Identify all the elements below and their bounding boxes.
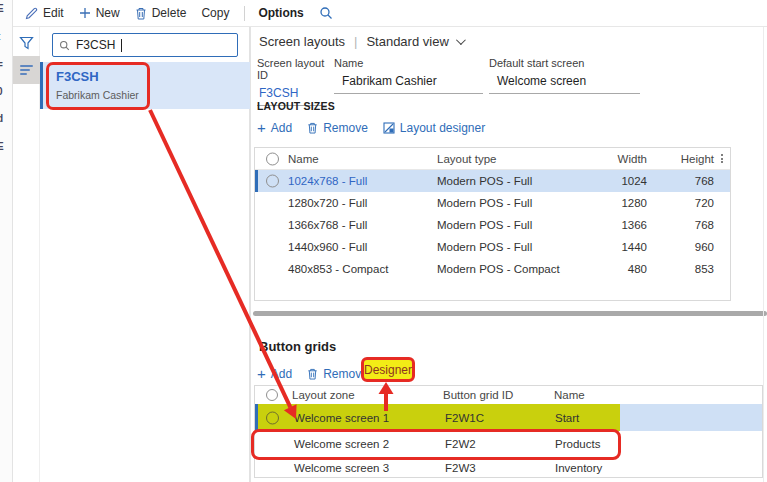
filter-button[interactable]: [19, 36, 34, 50]
column-header-layout-type[interactable]: Layout type: [437, 153, 496, 165]
remove-label: Remove: [323, 121, 368, 135]
cell-button-grid-id: F2W3: [445, 462, 476, 474]
options-label: Options: [258, 6, 303, 20]
selection-bar: [255, 170, 258, 192]
add-label: Add: [271, 367, 292, 381]
search-icon: [59, 40, 70, 51]
options-button[interactable]: Options: [258, 6, 303, 20]
layout-designer-label: Layout designer: [400, 121, 485, 135]
text-cursor: [121, 39, 122, 52]
screen-layout-id-label: Screen layout ID: [257, 57, 327, 81]
row-radio[interactable]: [266, 175, 279, 188]
remove-button[interactable]: Remove: [307, 367, 368, 381]
screen-layout-id-field: Screen layout ID F3CSH: [257, 57, 327, 106]
page-title: Screen layouts: [259, 34, 345, 49]
view-selector-label: Standard view: [366, 34, 448, 49]
cell-height: 768: [652, 219, 714, 231]
cell-height: 853: [652, 263, 714, 275]
cell-name: 480x853 - Compact: [288, 263, 388, 275]
clipped-nav-fragment: E: [0, 3, 4, 14]
table-row[interactable]: Welcome screen 3 F2W3 Inventory: [255, 457, 762, 478]
toolbar-search-button[interactable]: [319, 6, 333, 20]
default-start-screen-value[interactable]: Welcome screen: [489, 74, 640, 94]
select-all-radio[interactable]: [266, 152, 279, 165]
column-header-name[interactable]: Name: [554, 389, 585, 401]
add-button[interactable]: + Add: [257, 367, 292, 381]
trash-icon: [307, 368, 318, 380]
remove-button[interactable]: Remove: [307, 121, 368, 135]
table-row[interactable]: 1280x720 - Full Modern POS - Full 1280 7…: [255, 192, 730, 214]
copy-button[interactable]: Copy: [201, 6, 229, 20]
designer-button[interactable]: Designer: [361, 357, 415, 382]
edit-button[interactable]: Edit: [25, 6, 64, 20]
column-header-layout-zone[interactable]: Layout zone: [292, 389, 355, 401]
column-header-button-grid-id[interactable]: Button grid ID: [443, 389, 513, 401]
cell-name: Start: [555, 412, 579, 424]
column-header-height[interactable]: Height: [652, 153, 714, 165]
cell-width: 1024: [585, 175, 647, 187]
cell-width: 1440: [585, 241, 647, 253]
add-label: Add: [271, 121, 292, 135]
main-panel: Screen layouts | Standard view Screen la…: [250, 27, 767, 482]
name-value[interactable]: Fabrikam Cashier: [334, 74, 483, 94]
page-header: Screen layouts | Standard view: [259, 34, 463, 49]
plus-icon: +: [257, 368, 266, 380]
cell-width: 480: [585, 263, 647, 275]
list-lines-icon: [20, 65, 33, 74]
selection-bar: [255, 404, 258, 431]
table-row-selected[interactable]: 1024x768 - Full Modern POS - Full 1024 7…: [255, 170, 730, 192]
layout-sizes-toolbar: + Add Remove Layout designer: [257, 121, 485, 135]
row-radio[interactable]: [266, 411, 279, 424]
cell-layout-type: Modern POS - Full: [437, 175, 532, 187]
clipped-left-pane: E t = 0 d E: [0, 0, 13, 482]
cell-height: 720: [652, 197, 714, 209]
table-row[interactable]: 480x853 - Compact Modern POS - Compact 4…: [255, 258, 730, 280]
table-header-row: Layout zone Button grid ID Name: [255, 386, 762, 404]
layout-designer-icon: [383, 122, 395, 134]
column-options-icon[interactable]: [721, 153, 724, 165]
table-row-selected[interactable]: Welcome screen 1 F2W1C Start: [255, 404, 762, 431]
clipped-nav-fragment: 0: [0, 86, 3, 97]
select-all-radio[interactable]: [266, 389, 278, 401]
annotation-box-row: [251, 429, 621, 460]
toolbar-divider: [244, 6, 245, 21]
cell-name: 1440x960 - Full: [288, 241, 367, 253]
view-selector[interactable]: Standard view: [366, 34, 462, 49]
list-view-button[interactable]: [13, 56, 40, 84]
edit-label: Edit: [43, 6, 64, 20]
add-button[interactable]: + Add: [257, 121, 292, 135]
horizontal-scrollbar[interactable]: [253, 311, 767, 316]
table-row[interactable]: 1440x960 - Full Modern POS - Full 1440 9…: [255, 236, 730, 258]
table-header-row: Name Layout type Width Height: [255, 148, 730, 170]
layout-designer-button[interactable]: Layout designer: [383, 121, 485, 135]
name-label: Name: [334, 57, 483, 69]
trash-icon: [307, 122, 318, 134]
chevron-down-icon: [456, 35, 466, 45]
delete-button[interactable]: Delete: [135, 6, 187, 20]
annotation-box-record: [46, 62, 150, 110]
cell-name: Inventory: [555, 462, 602, 474]
cell-width: 1280: [585, 197, 647, 209]
copy-label: Copy: [201, 6, 229, 20]
funnel-icon: [19, 36, 34, 50]
panel-right-border: [763, 27, 764, 482]
search-value: F3CSH: [76, 38, 115, 52]
command-bar: Edit New Delete Copy Options: [13, 0, 767, 27]
search-input[interactable]: F3CSH: [52, 33, 238, 57]
clipped-nav-fragment: E: [0, 141, 4, 152]
cell-height: 960: [652, 241, 714, 253]
cell-layout-zone: Welcome screen 3: [294, 462, 389, 474]
cell-name: 1280x720 - Full: [288, 197, 367, 209]
cell-height: 768: [652, 175, 714, 187]
trash-icon: [135, 7, 147, 20]
new-label: New: [96, 6, 120, 20]
new-button[interactable]: New: [79, 6, 120, 20]
table-row[interactable]: 1366x768 - Full Modern POS - Full 1366 7…: [255, 214, 730, 236]
cell-layout-type: Modern POS - Full: [437, 197, 532, 209]
plus-icon: +: [257, 122, 266, 134]
column-header-name[interactable]: Name: [288, 153, 319, 165]
column-header-width[interactable]: Width: [585, 153, 647, 165]
cell-layout-type: Modern POS - Compact: [437, 263, 560, 275]
header-divider: |: [354, 34, 357, 49]
cell-name: 1024x768 - Full: [288, 175, 367, 187]
